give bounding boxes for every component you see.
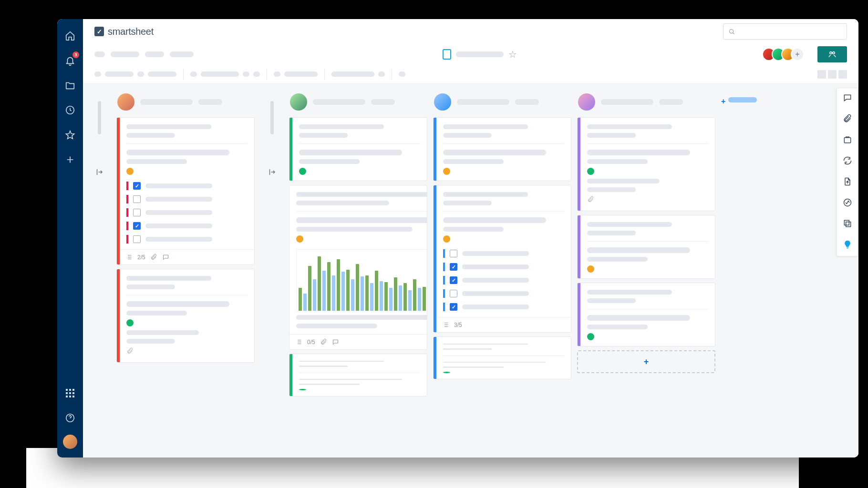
expand-icon[interactable]: [268, 168, 276, 176]
text-placeholder: [587, 257, 648, 262]
nav-notifications[interactable]: 3: [62, 52, 78, 69]
export-icon[interactable]: [843, 177, 852, 188]
checkbox[interactable]: [133, 222, 141, 230]
checkbox[interactable]: [450, 263, 457, 271]
kanban-card[interactable]: 3/5: [433, 185, 571, 333]
checklist-count: 0/5: [307, 339, 315, 346]
kanban-card[interactable]: [433, 117, 571, 181]
kanban-board: 2/50/53/5++: [83, 84, 858, 458]
column-header: [577, 92, 715, 117]
scroll-indicator[interactable]: [98, 101, 101, 134]
text-placeholder: [587, 150, 690, 155]
text-placeholder: [462, 305, 529, 309]
kanban-card[interactable]: [433, 336, 571, 379]
idea-icon[interactable]: [843, 240, 852, 251]
share-button[interactable]: [817, 46, 847, 62]
breadcrumb-skel: [111, 51, 139, 57]
nav-recents[interactable]: [62, 102, 78, 118]
text-placeholder: [587, 298, 636, 303]
text-placeholder: [299, 366, 348, 366]
column-avatar[interactable]: [434, 93, 451, 111]
checkbox[interactable]: [133, 235, 141, 243]
card-footer: 2/5: [120, 249, 254, 264]
svg-rect-7: [844, 220, 849, 225]
nav-help[interactable]: [62, 410, 78, 426]
nav-apps[interactable]: [62, 385, 78, 401]
attachment-icon[interactable]: [843, 114, 852, 125]
checklist-item[interactable]: [126, 235, 248, 244]
checklist-item[interactable]: [443, 263, 564, 271]
expand-icon[interactable]: [95, 168, 103, 176]
column-avatar[interactable]: [290, 93, 307, 111]
kanban-card[interactable]: [577, 117, 715, 211]
tool-skel[interactable]: [190, 71, 197, 77]
add-column-button[interactable]: +: [721, 92, 757, 458]
board-column: 3/5: [433, 92, 571, 458]
tool-skel[interactable]: [378, 71, 385, 77]
tool-skel[interactable]: [148, 71, 176, 77]
checkbox[interactable]: [133, 182, 141, 190]
checklist-item[interactable]: [126, 222, 248, 230]
text-placeholder: [299, 133, 348, 138]
proof-icon[interactable]: [843, 135, 852, 146]
tool-skel[interactable]: [201, 71, 239, 77]
tool-skel[interactable]: [105, 71, 134, 77]
logo-mark-icon: [94, 27, 104, 36]
tool-skel[interactable]: [94, 71, 101, 77]
topbar: smartsheet: [83, 19, 858, 44]
kanban-card[interactable]: [289, 117, 427, 181]
search-input[interactable]: [723, 23, 847, 40]
nav-favorites[interactable]: [62, 127, 78, 143]
tool-skel[interactable]: [274, 71, 280, 77]
board-column: +: [577, 92, 715, 458]
favorite-star-icon[interactable]: ☆: [508, 49, 517, 60]
logo[interactable]: smartsheet: [94, 26, 154, 37]
tool-skel[interactable]: [137, 71, 144, 77]
kanban-card[interactable]: 0/5: [289, 185, 427, 350]
checklist-item[interactable]: [126, 182, 248, 190]
text-placeholder: [587, 315, 690, 321]
text-placeholder: [443, 133, 492, 138]
checklist-item[interactable]: [443, 303, 564, 311]
kanban-card[interactable]: 2/5: [116, 117, 255, 265]
nav-add[interactable]: [62, 152, 78, 168]
kanban-card[interactable]: [577, 215, 715, 279]
checklist-item[interactable]: [443, 289, 564, 298]
add-collaborator-button[interactable]: +: [791, 48, 804, 61]
activity-icon[interactable]: [843, 198, 852, 209]
nav-profile-avatar[interactable]: [63, 435, 77, 449]
nav-browse[interactable]: [62, 77, 78, 93]
checkbox[interactable]: [450, 250, 457, 257]
add-card-button[interactable]: +: [577, 350, 715, 373]
text-placeholder: [145, 183, 212, 188]
checkbox[interactable]: [450, 290, 457, 297]
checkbox[interactable]: [450, 303, 457, 311]
tool-skel[interactable]: [399, 71, 405, 77]
scroll-indicator[interactable]: [270, 101, 274, 134]
versions-icon[interactable]: [843, 219, 852, 230]
nav-home[interactable]: [62, 28, 78, 44]
checklist-item[interactable]: [126, 208, 248, 217]
checkbox[interactable]: [450, 276, 457, 284]
refresh-icon[interactable]: [843, 156, 852, 167]
text-placeholder: [587, 133, 636, 138]
checkbox[interactable]: [133, 209, 141, 216]
kanban-card[interactable]: [116, 269, 255, 363]
kanban-card[interactable]: [577, 283, 715, 346]
view-switcher[interactable]: [817, 70, 847, 79]
checklist-item[interactable]: [443, 276, 564, 285]
column-avatar[interactable]: [117, 93, 134, 111]
text-placeholder: [299, 150, 402, 155]
tool-skel[interactable]: [331, 71, 374, 77]
comment-icon[interactable]: [843, 93, 852, 104]
tool-skel[interactable]: [253, 71, 260, 77]
kanban-card[interactable]: [289, 354, 427, 396]
right-rail: [837, 88, 858, 256]
svg-rect-5: [844, 138, 850, 143]
checklist-item[interactable]: [443, 249, 564, 258]
tool-skel[interactable]: [284, 71, 318, 77]
tool-skel[interactable]: [243, 71, 249, 77]
checkbox[interactable]: [133, 195, 141, 203]
checklist-item[interactable]: [126, 195, 248, 203]
column-avatar[interactable]: [578, 93, 595, 111]
